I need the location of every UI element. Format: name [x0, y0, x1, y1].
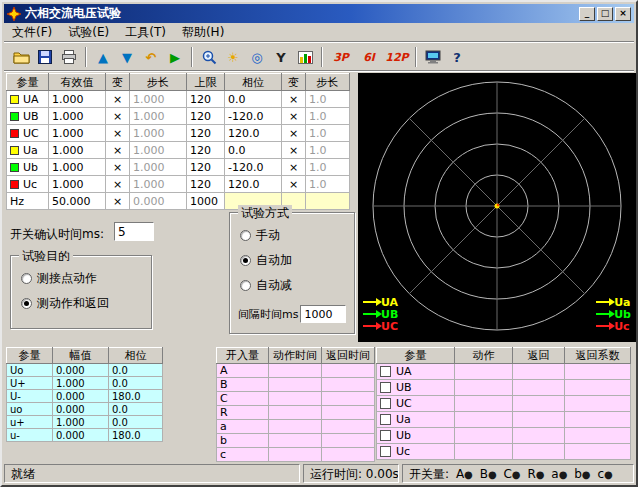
- digital-input-table: 开入量动作时间返回时间 A B C R a b c: [216, 347, 375, 462]
- vary-cell[interactable]: ×: [106, 193, 130, 210]
- open-folder-icon: [13, 50, 30, 64]
- vary-cell[interactable]: ×: [282, 142, 306, 159]
- maximize-button[interactable]: □: [597, 7, 613, 21]
- rms-cell[interactable]: 1.000: [49, 142, 106, 159]
- action-checkbox[interactable]: [380, 382, 391, 393]
- rms-cell[interactable]: 1.000: [49, 108, 106, 125]
- table-row: Uc 1.000 × 1.000 120 120.0 × 1.0: [7, 176, 350, 193]
- rms-cell[interactable]: 1.000: [49, 125, 106, 142]
- radio-icon[interactable]: [21, 273, 32, 284]
- vary-cell[interactable]: ×: [282, 176, 306, 193]
- vary-cell[interactable]: ×: [106, 159, 130, 176]
- col-header: 相位: [109, 348, 163, 364]
- help-button[interactable]: ?: [445, 46, 469, 68]
- interval-time-row: 间隔时间ms: [238, 305, 346, 323]
- menu-help[interactable]: 帮助(H): [174, 22, 232, 43]
- vary-cell[interactable]: ×: [106, 108, 130, 125]
- save-button[interactable]: [33, 46, 57, 68]
- radio-manual[interactable]: 手动: [240, 227, 280, 244]
- vary-cell[interactable]: ×: [106, 125, 130, 142]
- action-checkbox[interactable]: [380, 446, 391, 457]
- close-button[interactable]: ×: [615, 7, 631, 21]
- vary-cell[interactable]: ×: [106, 142, 130, 159]
- toolbar-separator: [415, 47, 417, 67]
- menu-file[interactable]: 文件(F): [4, 22, 60, 43]
- radio-icon[interactable]: [21, 298, 32, 309]
- phase-cell[interactable]: 0.0: [225, 142, 282, 159]
- phase-cell[interactable]: -120.0: [225, 159, 282, 176]
- test-purpose-group: 试验目的 测接点动作 测动作和返回: [10, 255, 152, 329]
- vary-cell[interactable]: ×: [106, 91, 130, 108]
- phase-cell[interactable]: -120.0: [225, 108, 282, 125]
- phase-cell[interactable]: 120.0: [225, 125, 282, 142]
- legend-label: Uc: [614, 320, 629, 333]
- print-button[interactable]: [57, 46, 81, 68]
- start-test-button[interactable]: ▶: [163, 46, 187, 68]
- vary-cell[interactable]: ×: [282, 91, 306, 108]
- switch-indicators: 开关量: A● B● C● R● a● b● c●: [402, 464, 634, 483]
- indicator-dot: ●: [488, 469, 497, 480]
- undo-arrow-icon: ↶: [146, 50, 157, 65]
- radio-label: 手动: [256, 227, 280, 244]
- col-header: 返回时间: [322, 348, 375, 364]
- group-title: 试验目的: [19, 248, 73, 265]
- phase-cell[interactable]: 0.0: [225, 91, 282, 108]
- radio-icon[interactable]: [240, 255, 251, 266]
- limit-cell[interactable]: 120: [187, 125, 225, 142]
- open-button[interactable]: [9, 46, 33, 68]
- step-cell: 1.0: [306, 108, 350, 125]
- rms-cell[interactable]: 1.000: [49, 91, 106, 108]
- lower-value-button[interactable]: ▼: [115, 46, 139, 68]
- up-arrow-icon: ▲: [98, 50, 108, 65]
- waveform-button[interactable]: [293, 46, 317, 68]
- rms-cell[interactable]: 50.000: [49, 193, 106, 210]
- limit-cell[interactable]: 1000: [187, 193, 225, 210]
- action-checkbox[interactable]: [380, 366, 391, 377]
- radio-action-and-return[interactable]: 测动作和返回: [21, 295, 109, 312]
- minimize-button[interactable]: _: [579, 7, 595, 21]
- brightness-button[interactable]: ☀: [221, 46, 245, 68]
- radio-auto-increase[interactable]: 自动加: [240, 252, 292, 269]
- vary-cell[interactable]: ×: [106, 176, 130, 193]
- polar-rings-button[interactable]: ◎: [245, 46, 269, 68]
- phase-cell[interactable]: 120.0: [225, 176, 282, 193]
- vary-cell[interactable]: ×: [282, 125, 306, 142]
- radio-icon[interactable]: [240, 230, 251, 241]
- step-cell: 1.000: [130, 159, 187, 176]
- radio-auto-decrease[interactable]: 自动减: [240, 277, 292, 294]
- vary-cell[interactable]: ×: [282, 159, 306, 176]
- radio-contact-action[interactable]: 测接点动作: [21, 270, 97, 287]
- limit-cell[interactable]: 120: [187, 176, 225, 193]
- limit-cell[interactable]: 120: [187, 91, 225, 108]
- interval-input[interactable]: [300, 305, 346, 323]
- indicator-dot: ●: [559, 469, 568, 480]
- undo-button[interactable]: ↶: [139, 46, 163, 68]
- mode-3p-button[interactable]: 3P: [327, 46, 355, 68]
- menu-test[interactable]: 试验(E): [60, 22, 117, 43]
- vary-cell[interactable]: ×: [282, 108, 306, 125]
- switch-confirm-input[interactable]: [114, 222, 154, 241]
- parameter-table: 参量 有效值 变 步长 上限 相位 变 步长 UA 1.000 × 1.000 …: [6, 73, 350, 210]
- rms-cell[interactable]: 1.000: [49, 176, 106, 193]
- table-row: UA: [377, 364, 631, 380]
- col-header: 有效值: [49, 74, 106, 91]
- monitor-icon: [425, 50, 441, 64]
- mode-6i-button[interactable]: 6I: [355, 46, 383, 68]
- vector-view-button[interactable]: Y: [269, 46, 293, 68]
- step-cell: 0.000: [130, 193, 187, 210]
- action-checkbox[interactable]: [380, 398, 391, 409]
- table-row: UC 1.000 × 1.000 120 120.0 × 1.0: [7, 125, 350, 142]
- action-checkbox[interactable]: [380, 430, 391, 441]
- menu-tools[interactable]: 工具(T): [117, 22, 174, 43]
- mode-12p-button[interactable]: 12P: [383, 46, 411, 68]
- zoom-button[interactable]: [197, 46, 221, 68]
- limit-cell[interactable]: 120: [187, 159, 225, 176]
- raise-value-button[interactable]: ▲: [91, 46, 115, 68]
- rms-cell[interactable]: 1.000: [49, 159, 106, 176]
- limit-cell[interactable]: 120: [187, 108, 225, 125]
- limit-cell[interactable]: 120: [187, 142, 225, 159]
- device-button[interactable]: [421, 46, 445, 68]
- radio-icon[interactable]: [240, 280, 251, 291]
- col-header: 参量: [7, 74, 49, 91]
- action-checkbox[interactable]: [380, 414, 391, 425]
